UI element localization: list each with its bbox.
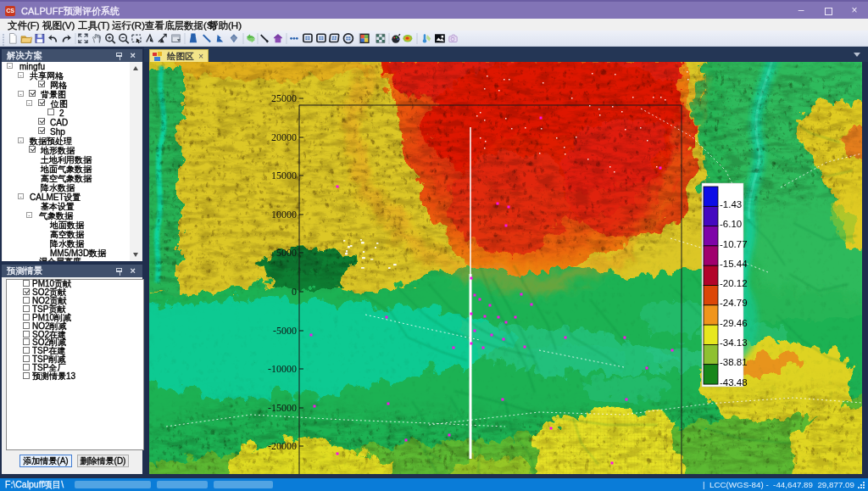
svg-text:-10000: -10000: [268, 363, 297, 375]
svg-text:-29.46: -29.46: [720, 318, 748, 328]
svg-text:-10.77: -10.77: [720, 239, 748, 249]
svg-text:-5000: -5000: [273, 325, 297, 337]
svg-text:-24.79: -24.79: [720, 298, 748, 308]
svg-text:10000: 10000: [271, 209, 297, 220]
svg-text:-20000: -20000: [268, 440, 297, 452]
svg-text:0: 0: [292, 286, 297, 298]
svg-text:5000: 5000: [276, 247, 297, 259]
svg-text:-15.44: -15.44: [720, 259, 748, 269]
svg-text:-15000: -15000: [268, 402, 297, 414]
svg-text:-20.12: -20.12: [720, 278, 748, 288]
svg-text:15000: 15000: [271, 170, 297, 181]
svg-text:-34.13: -34.13: [720, 338, 748, 348]
svg-text:20000: 20000: [271, 131, 297, 143]
svg-text:-6.10: -6.10: [720, 219, 742, 229]
svg-text:-1.43: -1.43: [720, 199, 742, 209]
svg-text:-38.81: -38.81: [720, 357, 748, 367]
svg-text:25000: 25000: [271, 92, 297, 104]
svg-text:-43.48: -43.48: [720, 377, 748, 388]
